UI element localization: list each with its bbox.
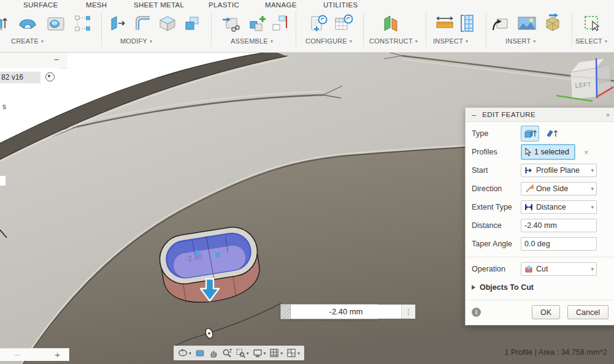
joint-icon[interactable] [221,13,242,34]
fillet-icon[interactable] [132,13,153,34]
look-at-tool[interactable] [194,346,206,360]
pan-tool[interactable] [207,346,220,360]
tab-mesh[interactable]: MESH [86,1,107,9]
ok-button[interactable]: OK [532,305,560,319]
orbit-tool[interactable]: ▾ [177,346,193,360]
combine-icon[interactable] [182,13,202,34]
clear-selection-icon[interactable]: × [584,148,589,157]
grid-snap-settings[interactable]: ▾ [268,346,284,360]
shell-icon[interactable] [157,13,178,34]
browser-edge-notch [0,176,6,186]
viewcube-front-label[interactable]: LEFT [575,81,591,89]
tab-surface[interactable]: SURFACE [23,1,58,9]
start-dropdown[interactable]: Profile Plane ▾ [521,164,597,177]
dialog-header[interactable]: – EDIT FEATURE » [466,108,614,122]
browser-minimize-icon[interactable]: – [54,54,59,64]
canvas-image-icon[interactable] [516,13,537,34]
expand-panel-icon[interactable]: » [606,111,610,118]
operation-label: Operation [472,265,521,273]
operation-dropdown[interactable]: Cut ▾ [521,262,597,276]
direction-dropdown[interactable]: One Side ▾ [521,182,597,195]
select-icon[interactable] [581,13,602,34]
distance-extent-icon [524,202,534,212]
info-icon[interactable]: i [472,308,481,317]
taper-angle-input[interactable] [521,237,597,251]
tab-manage[interactable]: MANAGE [265,1,297,9]
group-separator [572,12,572,47]
chevron-down-icon: ▾ [41,39,44,44]
configuration-table-icon[interactable] [332,13,353,34]
operation-row: Operation Cut ▾ [472,262,608,276]
select-menu[interactable]: SELECT▾ [575,37,607,45]
objects-to-cut-expander[interactable]: Objects To Cut [472,281,608,294]
distance-input[interactable] [521,219,597,232]
group-label: SELECT [575,37,602,45]
group-label: MODIFY [120,37,147,45]
inspect-menu[interactable]: INSPECT▾ [433,37,468,45]
dimension-value-input[interactable] [291,305,401,319]
orbit-icon [178,348,188,358]
type-row: Type [472,127,608,140]
insert-mesh-icon[interactable] [542,13,563,34]
thin-extrude-type-button[interactable] [543,126,560,141]
tab-utilities[interactable]: UTILITIES [323,1,358,9]
distance-row: Distance [472,219,608,232]
extent-type-dropdown[interactable]: Distance ▾ [521,200,597,214]
extent-type-row: Extent Type Distance ▾ [472,200,608,214]
extent-type-label: Extent Type [472,203,521,211]
tab-sheet-metal[interactable]: SHEET METAL [134,1,184,9]
press-pull-icon[interactable] [107,13,128,34]
construct-plane-icon[interactable] [378,13,405,34]
profiles-selection-count: 1 selected [534,148,569,156]
group-label: CREATE [11,37,39,45]
measure-icon[interactable] [434,13,455,34]
pattern-icon[interactable] [72,13,93,34]
toolbar: SURFACE MESH SHEET METAL PLASTIC MANAGE … [0,0,614,53]
assemble-menu[interactable]: ASSEMBLE▾ [231,37,273,45]
viewports-settings[interactable]: ▾ [285,346,301,360]
cut-operation-icon [524,264,534,274]
extrude-type-button[interactable] [521,126,539,142]
display-settings[interactable]: ▾ [251,346,267,360]
collapse-icon[interactable]: – [472,110,476,119]
extrude-icon[interactable] [0,13,7,34]
create-menu[interactable]: CREATE▾ [11,37,44,45]
viewports-icon [286,348,296,358]
browser-item-label: s [2,102,6,111]
cancel-button[interactable]: Cancel [567,305,608,319]
chevron-down-icon: ▾ [350,39,352,44]
kebab-menu-icon[interactable]: ⋮ [401,305,415,319]
browser-document-item[interactable]: 82 v16 [0,68,59,89]
construct-menu[interactable]: CONSTRUCT▾ [369,37,418,45]
insert-menu[interactable]: INSERT▾ [505,37,536,45]
group-label: ASSEMBLE [231,37,268,45]
timeline-minus[interactable]: – [15,349,20,359]
tab-plastic[interactable]: PLASTIC [209,1,239,9]
ground-icon[interactable] [270,13,291,34]
zoom-tool[interactable] [221,346,233,360]
activate-component-icon[interactable] [45,72,55,82]
browser-titlebar[interactable]: – [0,52,67,69]
chevron-down-icon: ▾ [150,39,152,44]
insert-derive-icon[interactable] [491,13,512,34]
modify-menu[interactable]: MODIFY▾ [120,37,152,45]
configure-icon[interactable] [308,13,329,34]
browser-item-partial[interactable]: s [0,89,28,115]
dimension-manipulator-box: ⋮ [280,304,378,319]
timeline-add-icon[interactable]: + [55,349,60,360]
browser-document-label[interactable]: 82 v16 [1,73,23,82]
distance-label: Distance [472,221,521,230]
drag-handle[interactable] [281,305,291,319]
selection-status-text: 1 Profile | Area : 34.758 mm^2 [504,348,607,357]
new-component-icon[interactable] [247,13,267,34]
zoom-window-tool[interactable]: ▾ [234,346,250,360]
section-analysis-icon[interactable] [458,13,479,34]
z-axis [596,58,597,98]
timeline-bar[interactable]: – + [0,348,69,361]
hole-icon[interactable] [45,13,66,34]
cursor-icon [524,148,532,156]
revolve-icon[interactable] [17,13,38,34]
taper-angle-row: Taper Angle [472,237,608,251]
profiles-selection-button[interactable]: 1 selected [521,144,575,160]
configure-menu[interactable]: CONFIGURE▾ [305,37,352,45]
